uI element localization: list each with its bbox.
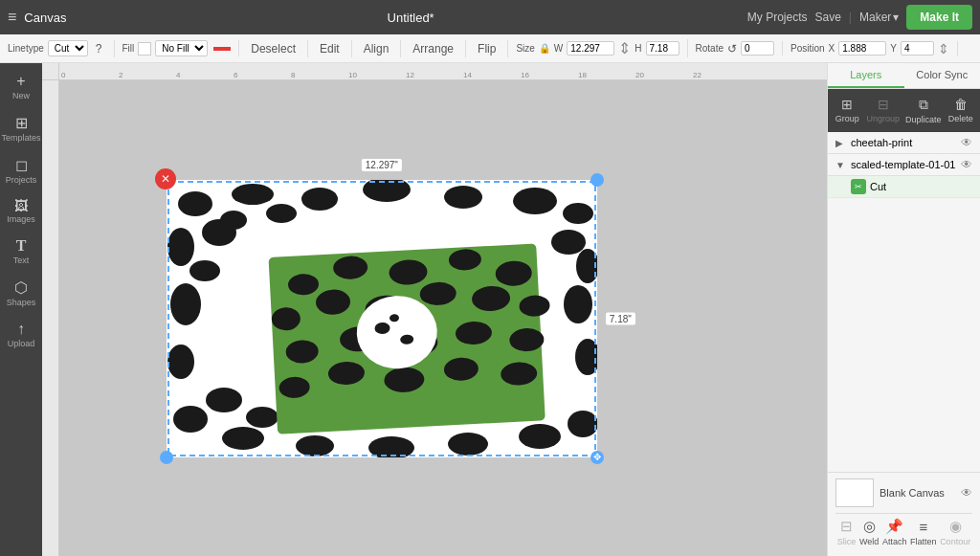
tab-layers[interactable]: Layers	[828, 63, 904, 88]
width-dimension-label: 12.297"	[362, 159, 402, 171]
ruler-tick-22: 22	[691, 71, 702, 79]
layer-item-scaled-template[interactable]: ▼ scaled-template-01-01 👁	[828, 154, 980, 176]
weld-label: Weld	[859, 537, 879, 546]
doc-title: Untitled*	[388, 11, 434, 25]
contour-tool[interactable]: ◉ Contour	[940, 518, 970, 546]
layer-expand-icon[interactable]: ▶	[835, 138, 847, 148]
rotate-group: Rotate ↺	[696, 41, 783, 56]
sidebar-item-upload[interactable]: ↑ Upload	[2, 315, 40, 354]
linetype-group: Linetype Cut ?	[8, 40, 115, 57]
sidebar-item-templates[interactable]: ⊞ Templates	[2, 108, 40, 148]
images-icon: 🖼	[14, 198, 28, 213]
rotate-input[interactable]	[741, 41, 774, 56]
duplicate-button[interactable]: ⧉ Duplicate	[903, 93, 944, 128]
linetype-select[interactable]: Cut	[48, 40, 88, 56]
upload-icon: ↑	[17, 321, 25, 338]
handle-bottom-right[interactable]: ✥	[590, 451, 604, 464]
app-title: Canvas	[24, 11, 66, 25]
group-button[interactable]: ⊞ Group	[832, 93, 862, 128]
sidebar-item-new[interactable]: + New	[2, 67, 40, 106]
layer-visibility-scaled[interactable]: 👁	[961, 158, 972, 171]
fill-group: Fill No Fill	[122, 40, 240, 56]
ruler-tick-10: 10	[346, 71, 357, 79]
sidebar-item-shapes-label: Shapes	[7, 298, 36, 307]
layer-item-cheetah-print[interactable]: ▶ cheetah-print 👁	[828, 132, 980, 154]
design-canvas[interactable]: ✕ 12.297" 7.18"	[167, 180, 597, 457]
svg-point-6	[513, 188, 557, 214]
sidebar-item-new-label: New	[12, 91, 30, 100]
handle-bottom-left[interactable]	[160, 451, 173, 464]
canvas-content[interactable]: ✕ 12.297" 7.18"	[59, 80, 827, 556]
flip-button[interactable]: Flip	[474, 40, 500, 57]
sidebar-item-images[interactable]: 🖼 Images	[2, 192, 40, 230]
linetype-question[interactable]: ?	[92, 40, 106, 57]
maker-button[interactable]: Maker ▾	[859, 11, 899, 24]
stroke-color[interactable]	[213, 47, 231, 51]
y-input[interactable]	[901, 41, 934, 56]
blank-canvas-visibility[interactable]: 👁	[961, 486, 972, 500]
new-icon: +	[16, 73, 25, 90]
weld-icon: ◎	[863, 518, 876, 535]
panel-tabs: Layers Color Sync	[828, 63, 980, 89]
contour-icon: ◉	[949, 518, 962, 535]
arrange-button[interactable]: Arrange	[409, 40, 457, 57]
group-label: Group	[835, 114, 859, 123]
sub-layer-cut[interactable]: ✂ Cut	[828, 176, 980, 198]
right-panel: Layers Color Sync ⊞ Group ⊟ Ungroup ⧉ Du…	[827, 63, 980, 556]
ruler-tick-14: 14	[461, 71, 472, 79]
ruler-tick-0: 0	[59, 71, 65, 79]
svg-point-20	[448, 433, 488, 456]
close-selection-button[interactable]: ✕	[155, 168, 176, 189]
layer-expand-scaled[interactable]: ▼	[835, 160, 847, 170]
sidebar-item-text[interactable]: T Text	[2, 232, 40, 271]
height-input[interactable]	[646, 41, 679, 56]
align-button[interactable]: Align	[360, 40, 393, 57]
x-input[interactable]	[838, 41, 886, 56]
sidebar-item-shapes[interactable]: ⬡ Shapes	[2, 273, 40, 313]
lock-icon[interactable]: 🔒	[539, 43, 550, 54]
tab-color-sync[interactable]: Color Sync	[904, 63, 981, 88]
sidebar-item-text-label: Text	[13, 256, 30, 265]
svg-point-5	[444, 186, 482, 209]
sidebar-item-projects[interactable]: ◻ Projects	[2, 150, 40, 190]
make-it-button[interactable]: Make It	[906, 5, 972, 30]
width-input[interactable]	[567, 41, 614, 56]
ruler-tick-18: 18	[576, 71, 587, 79]
layer-visibility-cheetah-print[interactable]: 👁	[961, 136, 972, 149]
slice-tool[interactable]: ⊟ Slice	[837, 518, 857, 546]
svg-point-22	[568, 411, 597, 437]
handle-top-right[interactable]	[590, 173, 604, 187]
sidebar-item-upload-label: Upload	[8, 339, 35, 348]
ruler-corner	[42, 63, 59, 80]
ruler-tick-2: 2	[117, 71, 122, 79]
edit-button[interactable]: Edit	[316, 40, 344, 57]
blank-canvas-label: Blank Canvas	[880, 487, 955, 499]
svg-point-7	[563, 203, 593, 224]
svg-point-2	[232, 184, 274, 205]
slice-label: Slice	[837, 537, 857, 546]
layer-name-cheetah-print: cheetah-print	[851, 137, 957, 148]
save-button[interactable]: Save	[814, 11, 840, 24]
flatten-tool[interactable]: ≡ Flatten	[910, 519, 937, 546]
deselect-button[interactable]: Deselect	[247, 40, 300, 57]
ungroup-button[interactable]: ⊟ Ungroup	[864, 93, 902, 128]
fill-select[interactable]: No Fill	[155, 40, 208, 56]
sidebar-item-templates-label: Templates	[1, 133, 40, 143]
attach-label: Attach	[882, 537, 907, 546]
ungroup-icon: ⊟	[878, 97, 889, 112]
x-label: X	[829, 43, 835, 54]
y-label: Y	[890, 43, 897, 54]
weld-tool[interactable]: ◎ Weld	[859, 518, 879, 546]
delete-button[interactable]: 🗑 Delete	[946, 93, 976, 128]
attach-tool[interactable]: 📌 Attach	[882, 518, 907, 546]
svg-point-1	[178, 191, 212, 216]
shapes-icon: ⬡	[14, 278, 28, 297]
my-projects-button[interactable]: My Projects	[747, 11, 808, 24]
svg-point-3	[301, 188, 338, 211]
projects-icon: ◻	[15, 156, 28, 174]
menu-icon[interactable]: ≡	[8, 9, 16, 26]
ruler-tick-6: 6	[232, 71, 237, 79]
fill-color-swatch[interactable]	[138, 42, 151, 56]
canvas-area[interactable]: 0 2 4 6 8 10 12 14 16 18 20 22 ✕ 12.297"…	[42, 63, 827, 556]
blank-canvas-preview	[835, 478, 874, 507]
